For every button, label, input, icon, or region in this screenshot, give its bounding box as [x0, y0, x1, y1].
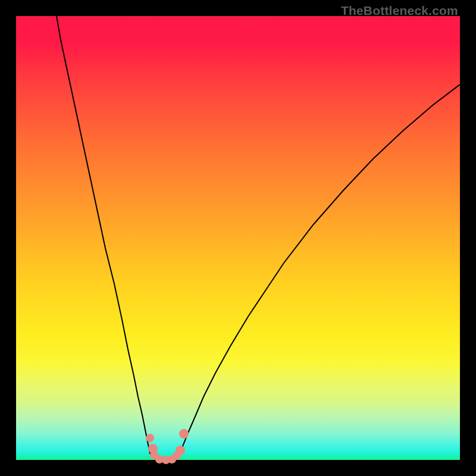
watermark-text: TheBottleneck.com [341, 4, 458, 18]
marker-group [146, 429, 189, 464]
curve-layer [16, 16, 460, 460]
marker-dot [176, 446, 185, 455]
chart-frame: TheBottleneck.com [0, 0, 476, 476]
plot-area [16, 16, 460, 460]
marker-dot [146, 434, 154, 442]
marker-dot [179, 429, 189, 439]
right-curve-path [180, 84, 460, 453]
left-curve-path [57, 16, 150, 453]
